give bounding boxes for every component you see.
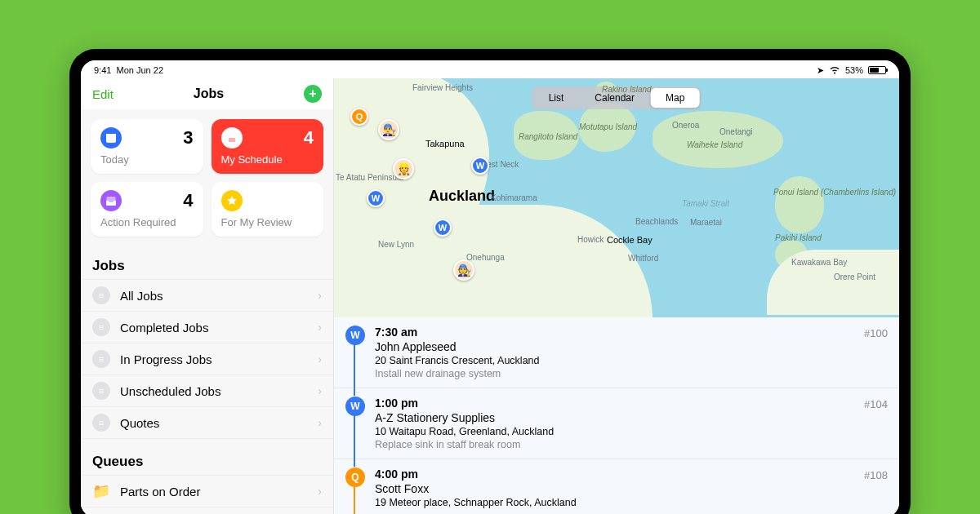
map-place-label: Onetangi (719, 127, 753, 136)
map-place-label: Takapuna (425, 139, 465, 148)
card-label: For My Review (221, 216, 314, 228)
map-place-label: Ponui Island (Chamberlins Island) (773, 188, 896, 197)
map-city-label: Auckland (429, 188, 495, 205)
location-icon: ➤ (817, 65, 824, 76)
card-label: Today (100, 153, 194, 166)
view-tab-map[interactable]: Map (651, 88, 699, 108)
svg-rect-4 (227, 134, 237, 136)
map-place-label: Fairview Heights (412, 83, 473, 92)
card-for-my-review[interactable]: For My Review (212, 182, 324, 237)
card-today[interactable]: 3Today (91, 119, 203, 174)
chevron-right-icon: › (318, 485, 322, 498)
cal-icon (100, 127, 122, 148)
view-tab-list[interactable]: List (534, 88, 579, 108)
ipad-screen: 9:41 Mon Jun 22 ➤ 53% Edit Jobs + 3Today… (81, 60, 899, 514)
map-place-label: Te Atatu Peninsula (336, 173, 403, 182)
schedule-item[interactable]: Q4:00 pmScott Foxx19 Meteor place, Schna… (334, 459, 899, 514)
job-number: #108 (864, 469, 888, 481)
chevron-right-icon: › (318, 321, 322, 334)
job-customer: A-Z Stationery Supplies (375, 411, 888, 424)
sidebar: Edit Jobs + 3Today4My Schedule4Action Re… (81, 78, 334, 514)
list-label: All Jobs (120, 289, 308, 303)
map-view[interactable]: ListCalendarMap Auckland Fairview Height… (334, 78, 899, 317)
list-bullet-icon: ≡ (92, 286, 110, 304)
map-place-label: New Lynn (378, 240, 414, 249)
battery-pct: 53% (845, 65, 863, 75)
card-count: 4 (304, 127, 314, 148)
list-label: In Progress Jobs (120, 352, 308, 366)
map-avatar-pin[interactable]: 👷 (393, 158, 414, 179)
card-my-schedule[interactable]: 4My Schedule (212, 119, 324, 174)
map-avatar-pin[interactable]: 👨‍🔧 (378, 119, 399, 140)
svg-rect-1 (106, 134, 116, 136)
chevron-right-icon: › (318, 352, 322, 366)
ipad-frame: 9:41 Mon Jun 22 ➤ 53% Edit Jobs + 3Today… (69, 49, 911, 514)
job-address: 20 Saint Francis Crescent, Auckland (375, 355, 888, 366)
list-label: Completed Jobs (120, 321, 308, 335)
star-icon (221, 190, 243, 211)
tray-icon (100, 190, 122, 211)
schedule-list: W7:30 amJohn Appleseed20 Saint Francis C… (334, 317, 899, 514)
job-badge: W (345, 326, 365, 345)
job-customer: John Appleseed (375, 340, 888, 353)
job-time: 4:00 pm (375, 467, 888, 481)
job-address: 19 Meteor place, Schnapper Rock, Aucklan… (375, 497, 888, 508)
chevron-right-icon: › (318, 289, 322, 302)
page-title: Jobs (194, 86, 224, 101)
map-place-label: Orere Point (834, 273, 875, 281)
list-label: Quotes (120, 416, 308, 430)
map-place-label: Onehunga (466, 253, 505, 262)
status-date: Mon Jun 22 (117, 65, 163, 75)
chevron-right-icon: › (318, 384, 322, 397)
map-place-label: Rakino Island (602, 85, 652, 94)
map-place-label: Rangitoto Island (519, 132, 577, 141)
filter-completed-jobs[interactable]: ≡Completed Jobs› (81, 312, 333, 343)
battery-icon (868, 66, 886, 74)
dashboard-cards: 3Today4My Schedule4Action RequiredFor My… (81, 109, 333, 243)
map-pin-q[interactable]: Q (350, 108, 368, 126)
edit-button[interactable]: Edit (92, 87, 114, 101)
map-place-label: Kawakawa Bay (791, 258, 847, 267)
card-count: 3 (183, 127, 193, 148)
filter-unscheduled-jobs[interactable]: ≡Unscheduled Jobs› (81, 375, 333, 407)
queue-pending-quotes[interactable]: 📁Pending Quotes› (81, 507, 333, 514)
queue-parts-on-order[interactable]: 📁Parts on Order› (81, 475, 333, 507)
svg-rect-2 (108, 138, 114, 142)
job-time: 1:00 pm (375, 397, 888, 410)
list-label: Parts on Order (120, 485, 308, 498)
list-bullet-icon: ≡ (92, 382, 110, 400)
job-address: 10 Waitapu Road, Greenland, Auckland (375, 426, 888, 437)
map-place-label: Whitford (628, 254, 658, 263)
job-number: #104 (864, 398, 888, 410)
map-pin-w[interactable]: W (471, 157, 489, 175)
status-right: ➤ 53% (817, 65, 886, 76)
schedule-item[interactable]: W1:00 pmA-Z Stationery Supplies10 Waitap… (334, 388, 899, 459)
list-label: Unscheduled Jobs (120, 384, 308, 398)
folder-icon: 📁 (92, 482, 110, 500)
filter-quotes[interactable]: ≡Quotes› (81, 407, 333, 439)
map-place-label: Kohimarama (491, 193, 537, 202)
card-action-required[interactable]: 4Action Required (91, 182, 203, 237)
cal-icon (221, 127, 243, 148)
map-place-label: Howick (577, 235, 604, 244)
svg-rect-5 (229, 138, 235, 142)
map-place-label: Maraetai (690, 218, 722, 227)
plus-icon: + (309, 86, 316, 101)
map-place-label: Beachlands (635, 217, 678, 226)
map-place-label: Oneroa (672, 121, 699, 130)
chevron-right-icon: › (318, 416, 322, 429)
map-pin-w[interactable]: W (434, 219, 452, 237)
job-customer: Scott Foxx (375, 482, 888, 495)
job-time: 7:30 am (375, 326, 888, 339)
wifi-icon (829, 66, 840, 74)
map-avatar-pin[interactable]: 🧑‍🔧 (453, 259, 474, 281)
schedule-item[interactable]: W7:30 amJohn Appleseed20 Saint Francis C… (334, 317, 899, 388)
map-pin-w[interactable]: W (367, 189, 385, 207)
list-bullet-icon: ≡ (92, 414, 110, 432)
filter-in-progress-jobs[interactable]: ≡In Progress Jobs› (81, 343, 333, 375)
job-badge: W (345, 397, 365, 416)
job-number: #100 (864, 327, 888, 339)
filter-all-jobs[interactable]: ≡All Jobs› (81, 279, 333, 312)
add-button[interactable]: + (304, 85, 322, 103)
card-label: My Schedule (221, 153, 314, 166)
